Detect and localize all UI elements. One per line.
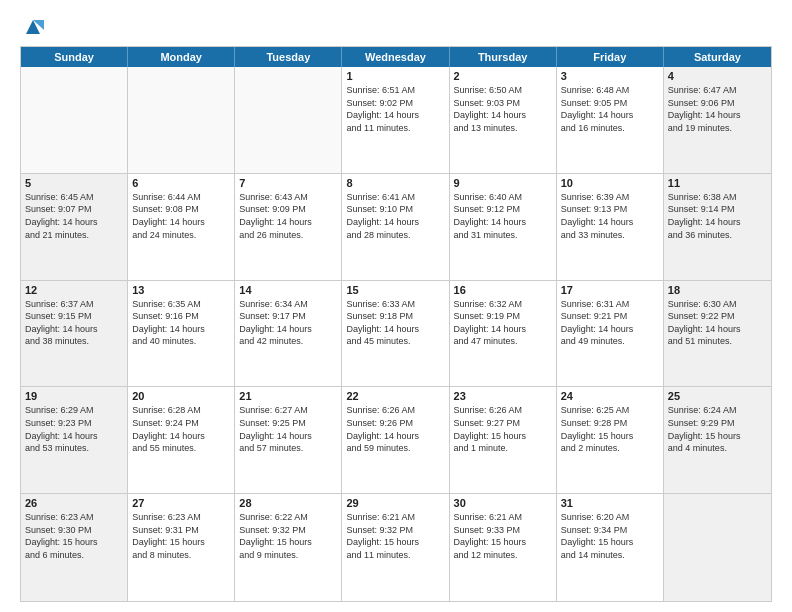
day-number: 23 — [454, 390, 552, 402]
day-info: Sunrise: 6:33 AM Sunset: 9:18 PM Dayligh… — [346, 298, 444, 348]
day-number: 1 — [346, 70, 444, 82]
day-info: Sunrise: 6:22 AM Sunset: 9:32 PM Dayligh… — [239, 511, 337, 561]
day-info: Sunrise: 6:50 AM Sunset: 9:03 PM Dayligh… — [454, 84, 552, 134]
day-cell-29: 29Sunrise: 6:21 AM Sunset: 9:32 PM Dayli… — [342, 494, 449, 601]
day-cell-31: 31Sunrise: 6:20 AM Sunset: 9:34 PM Dayli… — [557, 494, 664, 601]
day-number: 15 — [346, 284, 444, 296]
day-number: 2 — [454, 70, 552, 82]
logo — [20, 16, 46, 38]
day-number: 4 — [668, 70, 767, 82]
day-cell-6: 6Sunrise: 6:44 AM Sunset: 9:08 PM Daylig… — [128, 174, 235, 280]
day-cell-18: 18Sunrise: 6:30 AM Sunset: 9:22 PM Dayli… — [664, 281, 771, 387]
day-number: 30 — [454, 497, 552, 509]
day-cell-12: 12Sunrise: 6:37 AM Sunset: 9:15 PM Dayli… — [21, 281, 128, 387]
day-info: Sunrise: 6:37 AM Sunset: 9:15 PM Dayligh… — [25, 298, 123, 348]
logo-text — [20, 16, 46, 38]
day-cell-30: 30Sunrise: 6:21 AM Sunset: 9:33 PM Dayli… — [450, 494, 557, 601]
day-info: Sunrise: 6:26 AM Sunset: 9:26 PM Dayligh… — [346, 404, 444, 454]
empty-cell — [128, 67, 235, 173]
calendar-header: SundayMondayTuesdayWednesdayThursdayFrid… — [21, 47, 771, 67]
day-cell-21: 21Sunrise: 6:27 AM Sunset: 9:25 PM Dayli… — [235, 387, 342, 493]
day-number: 22 — [346, 390, 444, 402]
day-info: Sunrise: 6:27 AM Sunset: 9:25 PM Dayligh… — [239, 404, 337, 454]
day-number: 20 — [132, 390, 230, 402]
calendar: SundayMondayTuesdayWednesdayThursdayFrid… — [20, 46, 772, 602]
calendar-body: 1Sunrise: 6:51 AM Sunset: 9:02 PM Daylig… — [21, 67, 771, 601]
day-number: 31 — [561, 497, 659, 509]
day-info: Sunrise: 6:43 AM Sunset: 9:09 PM Dayligh… — [239, 191, 337, 241]
day-number: 24 — [561, 390, 659, 402]
day-cell-19: 19Sunrise: 6:29 AM Sunset: 9:23 PM Dayli… — [21, 387, 128, 493]
empty-cell — [664, 494, 771, 601]
day-cell-15: 15Sunrise: 6:33 AM Sunset: 9:18 PM Dayli… — [342, 281, 449, 387]
week-row-5: 26Sunrise: 6:23 AM Sunset: 9:30 PM Dayli… — [21, 494, 771, 601]
day-number: 25 — [668, 390, 767, 402]
week-row-2: 5Sunrise: 6:45 AM Sunset: 9:07 PM Daylig… — [21, 174, 771, 281]
day-cell-24: 24Sunrise: 6:25 AM Sunset: 9:28 PM Dayli… — [557, 387, 664, 493]
day-info: Sunrise: 6:25 AM Sunset: 9:28 PM Dayligh… — [561, 404, 659, 454]
header-day-thursday: Thursday — [450, 47, 557, 67]
day-cell-27: 27Sunrise: 6:23 AM Sunset: 9:31 PM Dayli… — [128, 494, 235, 601]
day-number: 17 — [561, 284, 659, 296]
day-cell-10: 10Sunrise: 6:39 AM Sunset: 9:13 PM Dayli… — [557, 174, 664, 280]
day-cell-5: 5Sunrise: 6:45 AM Sunset: 9:07 PM Daylig… — [21, 174, 128, 280]
day-info: Sunrise: 6:31 AM Sunset: 9:21 PM Dayligh… — [561, 298, 659, 348]
header-day-tuesday: Tuesday — [235, 47, 342, 67]
day-cell-2: 2Sunrise: 6:50 AM Sunset: 9:03 PM Daylig… — [450, 67, 557, 173]
day-cell-7: 7Sunrise: 6:43 AM Sunset: 9:09 PM Daylig… — [235, 174, 342, 280]
day-info: Sunrise: 6:23 AM Sunset: 9:31 PM Dayligh… — [132, 511, 230, 561]
day-number: 9 — [454, 177, 552, 189]
day-cell-16: 16Sunrise: 6:32 AM Sunset: 9:19 PM Dayli… — [450, 281, 557, 387]
day-cell-9: 9Sunrise: 6:40 AM Sunset: 9:12 PM Daylig… — [450, 174, 557, 280]
header-day-monday: Monday — [128, 47, 235, 67]
day-number: 29 — [346, 497, 444, 509]
day-info: Sunrise: 6:32 AM Sunset: 9:19 PM Dayligh… — [454, 298, 552, 348]
day-info: Sunrise: 6:38 AM Sunset: 9:14 PM Dayligh… — [668, 191, 767, 241]
day-number: 14 — [239, 284, 337, 296]
day-info: Sunrise: 6:30 AM Sunset: 9:22 PM Dayligh… — [668, 298, 767, 348]
day-number: 12 — [25, 284, 123, 296]
day-info: Sunrise: 6:28 AM Sunset: 9:24 PM Dayligh… — [132, 404, 230, 454]
day-number: 8 — [346, 177, 444, 189]
day-cell-4: 4Sunrise: 6:47 AM Sunset: 9:06 PM Daylig… — [664, 67, 771, 173]
day-info: Sunrise: 6:35 AM Sunset: 9:16 PM Dayligh… — [132, 298, 230, 348]
day-info: Sunrise: 6:41 AM Sunset: 9:10 PM Dayligh… — [346, 191, 444, 241]
empty-cell — [21, 67, 128, 173]
day-info: Sunrise: 6:51 AM Sunset: 9:02 PM Dayligh… — [346, 84, 444, 134]
header-day-saturday: Saturday — [664, 47, 771, 67]
day-info: Sunrise: 6:24 AM Sunset: 9:29 PM Dayligh… — [668, 404, 767, 454]
day-info: Sunrise: 6:29 AM Sunset: 9:23 PM Dayligh… — [25, 404, 123, 454]
day-info: Sunrise: 6:26 AM Sunset: 9:27 PM Dayligh… — [454, 404, 552, 454]
day-cell-22: 22Sunrise: 6:26 AM Sunset: 9:26 PM Dayli… — [342, 387, 449, 493]
day-cell-3: 3Sunrise: 6:48 AM Sunset: 9:05 PM Daylig… — [557, 67, 664, 173]
day-number: 5 — [25, 177, 123, 189]
day-cell-17: 17Sunrise: 6:31 AM Sunset: 9:21 PM Dayli… — [557, 281, 664, 387]
logo-icon — [22, 16, 44, 38]
day-number: 28 — [239, 497, 337, 509]
day-number: 6 — [132, 177, 230, 189]
day-info: Sunrise: 6:48 AM Sunset: 9:05 PM Dayligh… — [561, 84, 659, 134]
day-number: 18 — [668, 284, 767, 296]
empty-cell — [235, 67, 342, 173]
day-info: Sunrise: 6:20 AM Sunset: 9:34 PM Dayligh… — [561, 511, 659, 561]
day-info: Sunrise: 6:23 AM Sunset: 9:30 PM Dayligh… — [25, 511, 123, 561]
header-day-friday: Friday — [557, 47, 664, 67]
day-info: Sunrise: 6:21 AM Sunset: 9:33 PM Dayligh… — [454, 511, 552, 561]
day-number: 11 — [668, 177, 767, 189]
header-day-sunday: Sunday — [21, 47, 128, 67]
day-cell-28: 28Sunrise: 6:22 AM Sunset: 9:32 PM Dayli… — [235, 494, 342, 601]
day-cell-23: 23Sunrise: 6:26 AM Sunset: 9:27 PM Dayli… — [450, 387, 557, 493]
day-number: 3 — [561, 70, 659, 82]
day-cell-13: 13Sunrise: 6:35 AM Sunset: 9:16 PM Dayli… — [128, 281, 235, 387]
week-row-3: 12Sunrise: 6:37 AM Sunset: 9:15 PM Dayli… — [21, 281, 771, 388]
day-cell-14: 14Sunrise: 6:34 AM Sunset: 9:17 PM Dayli… — [235, 281, 342, 387]
day-cell-8: 8Sunrise: 6:41 AM Sunset: 9:10 PM Daylig… — [342, 174, 449, 280]
day-number: 10 — [561, 177, 659, 189]
day-cell-1: 1Sunrise: 6:51 AM Sunset: 9:02 PM Daylig… — [342, 67, 449, 173]
day-cell-25: 25Sunrise: 6:24 AM Sunset: 9:29 PM Dayli… — [664, 387, 771, 493]
week-row-4: 19Sunrise: 6:29 AM Sunset: 9:23 PM Dayli… — [21, 387, 771, 494]
day-cell-26: 26Sunrise: 6:23 AM Sunset: 9:30 PM Dayli… — [21, 494, 128, 601]
day-info: Sunrise: 6:47 AM Sunset: 9:06 PM Dayligh… — [668, 84, 767, 134]
header-day-wednesday: Wednesday — [342, 47, 449, 67]
day-number: 21 — [239, 390, 337, 402]
